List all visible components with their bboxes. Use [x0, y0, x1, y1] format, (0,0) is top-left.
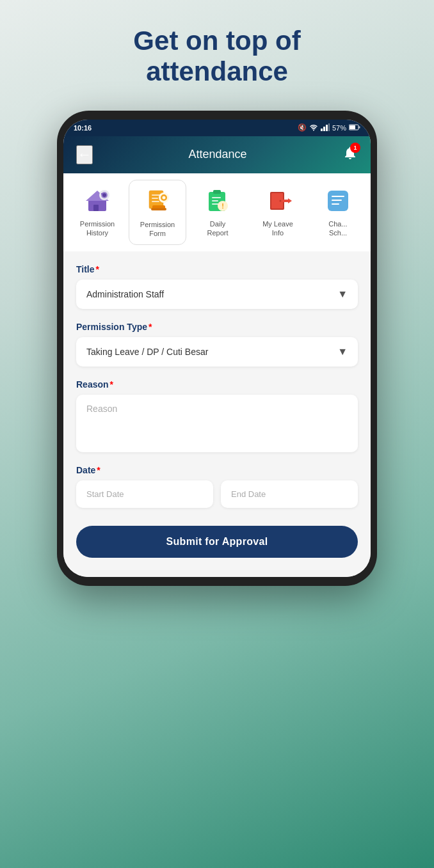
svg-rect-24	[163, 194, 165, 196]
svg-marker-36	[288, 198, 292, 203]
start-date-input[interactable]: Start Date	[76, 480, 213, 508]
phone-screen: 10:16 🔇	[63, 120, 371, 578]
end-date-placeholder: End Date	[231, 489, 266, 499]
date-label: Date*	[76, 465, 358, 475]
headline-line2: attendance	[146, 56, 288, 86]
tab-label-change-schedule: Cha...Sch...	[328, 219, 347, 238]
end-date-input[interactable]: End Date	[221, 480, 358, 508]
tab-label-my-leave-info: My LeaveInfo	[262, 219, 293, 238]
wifi-icon	[309, 123, 318, 132]
svg-rect-39	[332, 200, 342, 201]
battery-icon	[349, 124, 360, 132]
permission-type-arrow: ▼	[337, 346, 348, 358]
tab-daily-report[interactable]: ! DailyReport	[189, 180, 246, 246]
start-date-placeholder: Start Date	[86, 489, 124, 499]
permission-type-dropdown[interactable]: Taking Leave / DP / Cuti Besar ▼	[76, 337, 358, 367]
svg-rect-17	[152, 198, 158, 199]
permission-type-value: Taking Leave / DP / Cuti Besar	[86, 347, 208, 357]
svg-rect-27	[212, 197, 221, 198]
title-dropdown-arrow: ▼	[337, 288, 348, 300]
svg-rect-40	[332, 203, 339, 205]
svg-rect-26	[213, 190, 221, 194]
reason-label: Reason*	[76, 379, 358, 390]
status-bar: 10:16 🔇	[63, 120, 371, 136]
permission-form-icon	[143, 187, 172, 216]
title-dropdown[interactable]: Administration Staff ▼	[76, 280, 358, 309]
app-bar-title: Attendance	[188, 148, 246, 161]
battery-pct: 57%	[332, 124, 346, 132]
notification-badge: 1	[350, 143, 360, 153]
date-row: Start Date End Date	[76, 480, 358, 508]
reason-textarea[interactable]: Reason	[76, 395, 358, 452]
title-value: Administration Staff	[86, 289, 164, 299]
headline: Get on top of attendance	[114, 26, 319, 111]
svg-point-34	[280, 200, 282, 201]
svg-text:!: !	[221, 202, 224, 210]
status-icons: 🔇 57%	[298, 123, 360, 132]
change-schedule-icon	[323, 186, 353, 216]
mute-icon: 🔇	[298, 123, 307, 132]
reason-placeholder: Reason	[86, 404, 117, 414]
headline-line1: Get on top of	[133, 26, 300, 56]
svg-rect-5	[350, 125, 355, 129]
my-leave-info-icon	[263, 186, 293, 216]
svg-rect-9	[93, 205, 99, 211]
permission-type-label: Permission Type*	[76, 322, 358, 332]
phone-mockup: 10:16 🔇	[57, 111, 377, 587]
notification-bell[interactable]: 1	[342, 145, 358, 164]
tab-label-permission-history: PermissionHistory	[80, 219, 115, 238]
tab-my-leave-info[interactable]: My LeaveInfo	[249, 180, 307, 246]
status-time: 10:16	[74, 124, 92, 132]
svg-rect-0	[321, 129, 323, 131]
tab-change-schedule[interactable]: Cha...Sch...	[309, 180, 367, 246]
tab-permission-history[interactable]: PermissionHistory	[68, 180, 126, 246]
title-label: Title*	[76, 264, 358, 274]
back-button[interactable]: ←	[76, 145, 93, 164]
tab-label-daily-report: DailyReport	[207, 219, 228, 238]
submit-button[interactable]: Submit for Approval	[76, 526, 358, 558]
tabs-row: PermissionHistory	[63, 173, 371, 252]
svg-rect-20	[151, 208, 166, 210]
app-bar: ← Attendance 1	[63, 136, 371, 173]
svg-rect-1	[323, 127, 325, 131]
tab-label-permission-form: PermissionForm	[140, 220, 175, 239]
signal-icon	[321, 123, 330, 132]
tab-permission-form[interactable]: PermissionForm	[129, 180, 186, 246]
form-area: Title* Administration Staff ▼ Permission…	[63, 251, 371, 577]
svg-rect-13	[101, 193, 103, 194]
svg-point-23	[163, 196, 166, 199]
daily-report-icon: !	[203, 186, 232, 216]
svg-rect-3	[328, 123, 330, 131]
svg-rect-18	[152, 201, 159, 202]
svg-rect-2	[326, 125, 328, 131]
svg-rect-38	[332, 196, 344, 197]
permission-history-icon	[83, 186, 112, 216]
svg-rect-28	[212, 200, 218, 201]
svg-rect-6	[359, 126, 360, 128]
